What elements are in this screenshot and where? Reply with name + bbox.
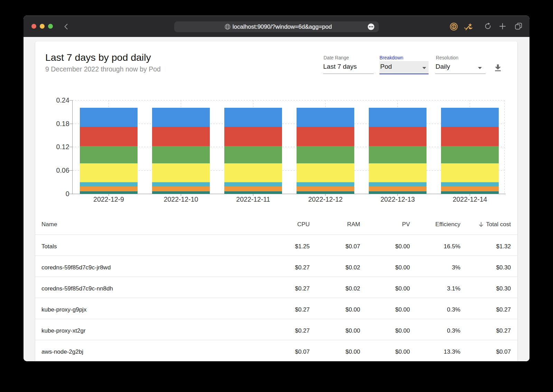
svg-text:0.18: 0.18 [56,120,69,127]
svg-text:0.12: 0.12 [56,143,69,151]
svg-text:2022-12-10: 2022-12-10 [164,195,198,203]
svg-text:0: 0 [66,190,69,198]
svg-text:0.24: 0.24 [56,96,69,104]
svg-text:2022-12-12: 2022-12-12 [308,195,343,203]
svg-text:2022-12-9: 2022-12-9 [93,195,124,203]
svg-text:0.06: 0.06 [56,166,69,174]
svg-text:2022-12-11: 2022-12-11 [236,195,270,203]
svg-text:2022-12-14: 2022-12-14 [453,195,487,203]
svg-text:2022-12-13: 2022-12-13 [381,195,415,203]
